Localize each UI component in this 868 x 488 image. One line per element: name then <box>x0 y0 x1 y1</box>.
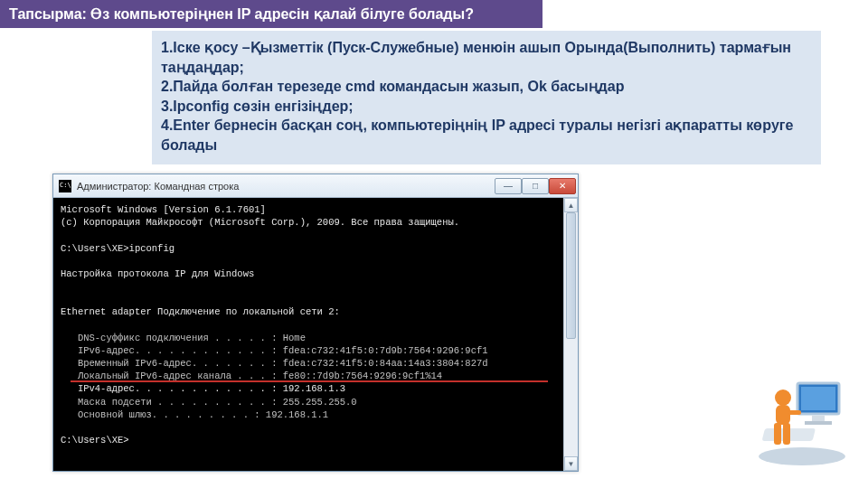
cmd-line: IPv6-адрес. . . . . . . . . . . . : fdea… <box>61 345 488 356</box>
chevron-down-icon: ▼ <box>568 460 575 468</box>
computer-user-clipart <box>752 371 852 470</box>
instruction-line-4: 4.Enter бернесін басқан соң, компьютерің… <box>161 116 812 155</box>
task-label: Тапсырма: Өз компьютеріңнен IP адресін қ… <box>9 6 474 22</box>
instruction-line-1: 1.Іске қосу –Қызметтік (Пуск-Служебные) … <box>161 38 812 77</box>
svg-rect-3 <box>812 416 825 421</box>
svg-rect-4 <box>805 421 832 425</box>
instruction-line-2: 2.Пайда болған терезеде cmd командасын ж… <box>161 77 812 97</box>
svg-rect-9 <box>774 423 781 445</box>
cmd-ipv4-line: IPv4-адрес. . . . . . . . . . . . : 192.… <box>61 383 345 394</box>
chevron-up-icon: ▲ <box>568 202 575 210</box>
minimize-button[interactable]: — <box>495 178 522 194</box>
minimize-icon: — <box>504 181 513 191</box>
window-titlebar[interactable]: Администратор: Командная строка — □ ✕ <box>53 174 578 198</box>
cmd-prompt-line: C:\Users\XE>ipconfig <box>61 243 175 254</box>
cmd-line: Маска подсети . . . . . . . . . . : 255.… <box>61 397 357 408</box>
scroll-down-button[interactable]: ▼ <box>564 456 578 471</box>
instructions-panel: 1.Іске қосу –Қызметтік (Пуск-Служебные) … <box>152 31 821 164</box>
cmd-line: Настройка протокола IP для Windows <box>61 268 254 279</box>
cmd-line: Microsoft Windows [Version 6.1.7601] <box>61 204 266 215</box>
cmd-line: Временный IPv6-адрес. . . . . . . : fdea… <box>61 358 488 369</box>
window-controls: — □ ✕ <box>495 178 578 194</box>
cmd-line: Ethernet adapter Подключение по локально… <box>61 306 340 317</box>
svg-rect-7 <box>776 405 790 425</box>
cmd-prompt-line: C:\Users\XE> <box>61 435 129 446</box>
close-icon: ✕ <box>559 181 566 191</box>
svg-rect-2 <box>801 387 835 410</box>
command-output[interactable]: Microsoft Windows [Version 6.1.7601] (c)… <box>53 198 578 471</box>
instruction-line-3: 3.Ipconfig сөзін енгізіңдер; <box>161 97 812 117</box>
maximize-icon: □ <box>533 181 538 191</box>
scroll-up-button[interactable]: ▲ <box>564 198 578 212</box>
scrollbar-thumb[interactable] <box>566 212 576 339</box>
computer-clipart-icon <box>752 371 852 470</box>
vertical-scrollbar[interactable]: ▲ ▼ <box>563 198 578 471</box>
close-button[interactable]: ✕ <box>549 178 576 194</box>
command-prompt-window: Администратор: Командная строка — □ ✕ Mi… <box>52 174 579 472</box>
cmd-line: Основной шлюз. . . . . . . . . : 192.168… <box>61 409 328 420</box>
svg-point-0 <box>759 447 845 465</box>
titlebar-left: Администратор: Командная строка <box>53 180 239 192</box>
svg-rect-10 <box>783 423 790 445</box>
cmd-icon <box>59 180 71 192</box>
maximize-button[interactable]: □ <box>522 178 549 194</box>
task-header: Тапсырма: Өз компьютеріңнен IP адресін қ… <box>0 0 542 28</box>
svg-rect-8 <box>788 410 801 415</box>
ipv4-highlight-underline <box>71 380 548 382</box>
cmd-line: (c) Корпорация Майкрософт (Microsoft Cor… <box>61 217 459 228</box>
svg-point-6 <box>775 389 791 406</box>
cmd-line: DNS-суффикс подключения . . . . . : Home <box>61 333 306 343</box>
window-title: Администратор: Командная строка <box>77 181 239 192</box>
